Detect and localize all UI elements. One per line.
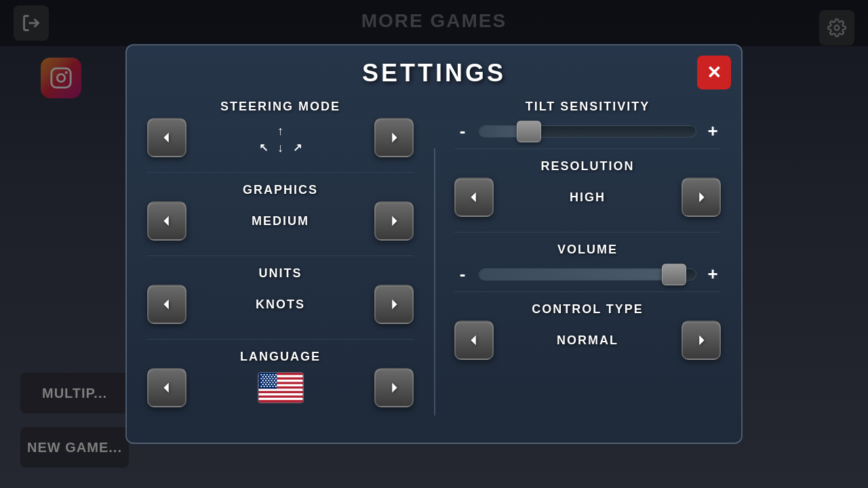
svg-point-39 [268, 380, 269, 381]
svg-point-45 [269, 382, 271, 383]
svg-marker-8 [392, 216, 397, 226]
svg-marker-9 [163, 300, 168, 310]
volume-fill [479, 269, 674, 280]
units-value: KNOTS [256, 298, 305, 312]
language-row [147, 368, 414, 407]
svg-point-49 [264, 384, 266, 385]
settings-body: STEERING MODE ↑ ↖ [147, 100, 721, 422]
svg-point-31 [260, 378, 262, 379]
svg-point-53 [260, 386, 262, 387]
tilt-sensitivity-thumb[interactable] [517, 121, 541, 142]
svg-marker-10 [392, 300, 397, 310]
svg-point-28 [268, 376, 269, 378]
svg-rect-17 [258, 393, 302, 395]
svg-marker-59 [392, 383, 397, 393]
svg-point-24 [272, 374, 273, 375]
svg-point-33 [266, 378, 267, 379]
svg-point-46 [272, 382, 273, 383]
svg-point-42 [260, 382, 262, 383]
graphics-label: GRAPHICS [147, 183, 414, 197]
control-type-value-display: NORMAL [494, 333, 682, 348]
svg-rect-16 [258, 388, 302, 390]
separator-3 [147, 339, 414, 340]
control-type-value: NORMAL [557, 333, 618, 348]
svg-point-43 [263, 382, 264, 383]
separator-2 [147, 256, 414, 256]
steering-mode-prev-button[interactable] [147, 118, 186, 157]
svg-point-26 [262, 376, 263, 378]
svg-point-38 [264, 380, 266, 381]
tilt-sensitivity-track[interactable] [479, 125, 696, 138]
units-row: KNOTS [147, 285, 414, 324]
svg-point-56 [269, 386, 271, 387]
close-button[interactable]: ✕ [697, 56, 731, 89]
svg-marker-61 [699, 192, 704, 203]
steering-diag-right-arrow: ↗ [290, 140, 305, 155]
svg-point-44 [266, 382, 267, 383]
svg-point-21 [263, 374, 264, 375]
svg-marker-62 [471, 336, 475, 346]
steering-mode-row: ↑ ↖ ↓ ↗ [147, 118, 414, 157]
language-section: LANGUAGE [147, 350, 414, 407]
svg-marker-60 [471, 192, 475, 203]
svg-point-41 [273, 380, 275, 381]
svg-point-50 [268, 384, 269, 385]
graphics-prev-button[interactable] [147, 201, 186, 241]
control-type-section: CONTROL TYPE NORMAL [454, 302, 721, 360]
svg-point-30 [273, 376, 275, 378]
us-flag-icon [258, 372, 304, 403]
settings-modal: SETTINGS ✕ STEERING MODE [125, 44, 743, 444]
tilt-minus-button[interactable]: - [454, 121, 471, 142]
volume-track[interactable] [479, 268, 696, 281]
separator-1 [147, 172, 414, 173]
units-next-button[interactable] [374, 285, 414, 324]
modal-overlay: SETTINGS ✕ STEERING MODE [0, 0, 868, 488]
control-type-label: CONTROL TYPE [454, 302, 721, 317]
svg-marker-5 [163, 133, 168, 143]
control-type-next-button[interactable] [682, 321, 721, 360]
steering-mode-display: ↑ ↖ ↓ ↗ [186, 121, 374, 155]
resolution-section: RESOLUTION HIGH [454, 159, 721, 217]
volume-thumb[interactable] [662, 264, 686, 285]
resolution-next-button[interactable] [682, 178, 721, 217]
svg-point-25 [275, 374, 276, 375]
resolution-row: HIGH [454, 178, 721, 217]
svg-point-37 [262, 380, 263, 381]
svg-point-36 [275, 378, 276, 379]
divider [434, 148, 435, 415]
control-type-prev-button[interactable] [454, 321, 494, 360]
resolution-label: RESOLUTION [454, 159, 721, 174]
separator-5 [454, 232, 721, 232]
resolution-value-display: HIGH [494, 190, 682, 205]
svg-point-29 [271, 376, 272, 378]
svg-point-55 [266, 386, 267, 387]
language-prev-button[interactable] [147, 368, 186, 407]
graphics-value-display: MEDIUM [186, 214, 374, 228]
steering-diag-left-arrow: ↖ [256, 140, 271, 155]
units-prev-button[interactable] [147, 285, 186, 324]
units-value-display: KNOTS [186, 298, 374, 312]
steering-mode-section: STEERING MODE ↑ ↖ [147, 100, 414, 157]
tilt-plus-button[interactable]: + [705, 121, 721, 142]
control-type-row: NORMAL [454, 321, 721, 360]
steering-mode-next-button[interactable] [374, 118, 414, 157]
volume-plus-button[interactable]: + [705, 264, 721, 285]
svg-marker-6 [392, 133, 397, 143]
graphics-section: GRAPHICS MEDIUM [147, 183, 414, 241]
steering-down-arrow: ↓ [273, 140, 288, 155]
svg-point-58 [275, 386, 276, 387]
svg-point-40 [271, 380, 272, 381]
graphics-next-button[interactable] [374, 201, 414, 241]
steering-mode-label: STEERING MODE [147, 100, 414, 114]
language-next-button[interactable] [374, 368, 414, 407]
volume-minus-button[interactable]: - [454, 264, 471, 285]
svg-point-47 [275, 382, 276, 383]
svg-point-22 [266, 374, 267, 375]
volume-section: VOLUME - + [454, 243, 721, 285]
svg-point-52 [273, 384, 275, 385]
svg-point-27 [264, 376, 266, 378]
resolution-prev-button[interactable] [454, 178, 494, 217]
svg-marker-11 [163, 383, 168, 393]
svg-marker-63 [699, 336, 704, 346]
svg-marker-7 [163, 216, 168, 226]
